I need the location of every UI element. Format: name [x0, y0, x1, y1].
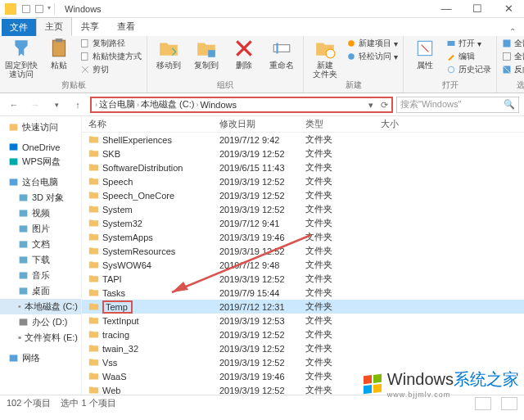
quick-access-toolbar: ▾: [21, 4, 51, 14]
table-row[interactable]: ShellExperiences2019/7/12 9:42文件夹: [82, 133, 524, 147]
delete-button[interactable]: 删除: [228, 38, 260, 70]
col-size[interactable]: 大小: [356, 118, 405, 130]
qat-dropdown-icon[interactable]: ▾: [47, 4, 51, 14]
up-button[interactable]: ↑: [69, 96, 87, 114]
copy-path-button[interactable]: 复制路径: [80, 38, 142, 49]
sidebar-item[interactable]: 文档: [0, 237, 81, 252]
table-row[interactable]: Speech_OneCore2019/3/19 12:52文件夹: [82, 188, 524, 202]
tab-share[interactable]: 共享: [72, 17, 108, 36]
paste-button[interactable]: 粘贴: [43, 38, 75, 70]
table-row[interactable]: twain_322019/3/19 12:52文件夹: [82, 341, 524, 355]
qat-icon[interactable]: [34, 4, 44, 14]
recent-dropdown-icon[interactable]: ▾: [47, 96, 66, 114]
history-button[interactable]: 历史记录: [446, 64, 491, 75]
edit-button[interactable]: 编辑: [446, 51, 491, 62]
new-folder-button[interactable]: 新建 文件夹: [309, 38, 341, 79]
crumb-pc[interactable]: 这台电脑: [99, 98, 135, 111]
easy-access-button[interactable]: 轻松访问 ▾: [346, 51, 398, 62]
file-name: Tasks: [102, 288, 125, 298]
sidebar-item[interactable]: 下载: [0, 252, 81, 268]
cut-button[interactable]: 剪切: [80, 64, 142, 75]
select-all-button[interactable]: 全部选择: [502, 38, 524, 49]
pin-button[interactable]: 固定到快 速访问: [5, 38, 38, 79]
table-row[interactable]: SKB2019/3/19 12:52文件夹: [82, 147, 524, 160]
ribbon-collapse-icon[interactable]: ⌃: [501, 27, 524, 36]
sidebar-item[interactable]: 快速访问: [0, 120, 81, 135]
sidebar-item[interactable]: 这台电脑: [0, 174, 81, 190]
search-input[interactable]: 搜索"Windows"🔍: [396, 97, 519, 113]
tab-file[interactable]: 文件: [2, 19, 36, 36]
sidebar-item[interactable]: 网络: [0, 350, 81, 366]
table-row[interactable]: tracing2019/3/19 12:52文件夹: [82, 327, 524, 341]
copy-button[interactable]: 复制到: [190, 38, 223, 70]
star-icon: [8, 122, 19, 133]
tab-home[interactable]: 主页: [36, 17, 72, 36]
col-type[interactable]: 类型: [299, 118, 356, 130]
crumb-folder[interactable]: Windows: [200, 100, 237, 110]
back-button[interactable]: ←: [5, 96, 23, 114]
table-row[interactable]: Speech2019/3/19 12:52文件夹: [82, 174, 524, 188]
file-date: 2019/7/12 9:42: [213, 135, 299, 145]
sidebar-item[interactable]: WPS网盘: [0, 154, 81, 169]
svg-rect-3: [56, 38, 63, 42]
minimize-button[interactable]: —: [431, 0, 462, 18]
table-row[interactable]: TextInput2019/3/19 12:53文件夹: [82, 314, 524, 327]
forward-button[interactable]: →: [26, 96, 44, 114]
sidebar-item[interactable]: 桌面: [0, 283, 81, 299]
file-name: TextInput: [102, 316, 139, 326]
invert-selection-button[interactable]: 反向选择: [502, 64, 524, 75]
maximize-button[interactable]: ☐: [462, 0, 493, 18]
window-title: Windows: [65, 4, 102, 14]
move-button[interactable]: 移动到: [152, 38, 185, 70]
file-type: 文件夹: [299, 314, 356, 327]
paste-shortcut-button[interactable]: 粘贴快捷方式: [80, 51, 142, 62]
file-name: Speech: [102, 177, 133, 187]
table-row[interactable]: System2019/3/19 12:52文件夹: [82, 202, 524, 216]
crumb-drive[interactable]: 本地磁盘 (C:): [141, 98, 194, 111]
table-row[interactable]: SystemResources2019/3/19 12:52文件夹: [82, 244, 524, 258]
col-date[interactable]: 修改日期: [213, 118, 299, 130]
file-name: WaaS: [102, 372, 127, 382]
sidebar-item[interactable]: 3D 对象: [0, 190, 81, 205]
sidebar-item[interactable]: 本地磁盘 (C:): [0, 299, 81, 314]
file-date: 2019/3/19 19:46: [213, 233, 299, 242]
folder-icon: [88, 287, 99, 298]
col-name[interactable]: 名称: [82, 118, 213, 130]
rename-button[interactable]: 重命名: [265, 38, 298, 70]
table-row[interactable]: Temp2019/7/12 12:31文件夹: [82, 300, 524, 314]
desk-icon: [18, 286, 29, 296]
file-name: Web: [102, 386, 120, 395]
svg-rect-2: [52, 40, 65, 56]
select-none-button[interactable]: 全部取消: [502, 51, 524, 62]
table-row[interactable]: SysWOW642019/7/12 9:48文件夹: [82, 258, 524, 272]
sidebar-item[interactable]: 视频: [0, 205, 81, 221]
cloud2-icon: [8, 156, 19, 167]
selected-count: 选中 1 个项目: [61, 397, 115, 409]
sidebar-item[interactable]: 办公 (D:): [0, 314, 81, 330]
table-row[interactable]: System322019/7/12 9:41文件夹: [82, 216, 524, 230]
tab-view[interactable]: 查看: [108, 17, 144, 36]
table-row[interactable]: Vss2019/3/19 12:52文件夹: [82, 355, 524, 369]
close-button[interactable]: ✕: [493, 0, 524, 18]
open-button[interactable]: 打开 ▾: [446, 38, 491, 49]
file-type: 文件夹: [299, 259, 356, 271]
svg-rect-19: [10, 158, 18, 165]
svg-rect-20: [10, 178, 18, 185]
sidebar-item[interactable]: 文件资料 (E:): [0, 330, 81, 345]
breadcrumb[interactable]: › 这台电脑 › 本地磁盘 (C:) › Windows ▾ ⟳: [90, 97, 393, 113]
properties-button[interactable]: 属性: [409, 38, 441, 70]
sidebar-item[interactable]: 图片: [0, 221, 81, 237]
svg-rect-31: [10, 355, 18, 361]
table-row[interactable]: Tasks2019/7/9 15:44文件夹: [82, 286, 524, 300]
table-row[interactable]: TAPI2019/3/19 12:52文件夹: [82, 272, 524, 286]
sidebar-item[interactable]: 音乐: [0, 268, 81, 283]
sidebar-item[interactable]: OneDrive: [0, 140, 81, 154]
folder-icon: [88, 315, 99, 326]
sidebar-item-label: 本地磁盘 (C:): [25, 300, 78, 313]
sidebar-item-label: 这台电脑: [22, 176, 58, 188]
table-row[interactable]: SystemApps2019/3/19 19:46文件夹: [82, 230, 524, 244]
table-row[interactable]: SoftwareDistribution2019/6/15 11:43文件夹: [82, 160, 524, 174]
new-item-button[interactable]: 新建项目 ▾: [346, 38, 398, 49]
qat-icon[interactable]: [21, 4, 31, 14]
file-date: 2019/3/19 12:52: [213, 177, 299, 187]
